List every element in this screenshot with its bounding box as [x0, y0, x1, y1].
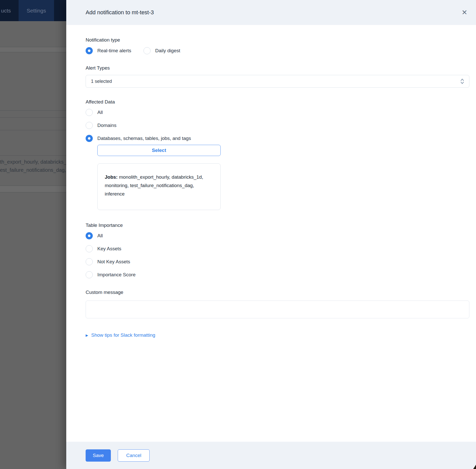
dimmed-background-page: ucts Settings th_export_hourly, databric… — [0, 0, 66, 469]
radio-importance-score[interactable]: Importance Score — [86, 271, 469, 278]
radio-daily-digest[interactable]: Daily digest — [143, 47, 180, 54]
modal-body: Notification type Real-time alerts Daily… — [66, 25, 476, 442]
alert-types-label: Alert Types — [86, 65, 469, 71]
background-table-band — [0, 47, 66, 52]
notification-type-radio-group: Real-time alerts Daily digest — [86, 47, 469, 54]
jobs-list: monolith_export_hourly, databricks_1d, m… — [105, 174, 203, 197]
radio-unselected-icon[interactable] — [86, 122, 93, 129]
radio-not-key-assets[interactable]: Not Key Assets — [86, 258, 469, 265]
background-table-band — [0, 186, 66, 192]
radio-label: Not Key Assets — [97, 259, 130, 265]
alert-types-select[interactable]: 1 selected — [86, 75, 469, 88]
radio-affected-databases[interactable]: Databases, schemas, tables, jobs, and ta… — [86, 135, 469, 142]
selected-jobs-summary: Jobs: monolith_export_hourly, databricks… — [105, 173, 213, 198]
alert-types-selected-value: 1 selected — [91, 79, 112, 84]
select-assets-button[interactable]: Select — [97, 145, 221, 156]
background-jobs-text-line2: est_failure_notifications_dag, — [0, 167, 66, 173]
radio-label: Domains — [97, 123, 116, 128]
nav-tab-settings[interactable]: Settings — [19, 0, 54, 21]
save-button[interactable]: Save — [86, 449, 111, 462]
affected-data-radio-group: All Domains Databases, schemas, tables, … — [86, 109, 469, 142]
background-divider — [0, 110, 66, 111]
slack-tips-link-label: Show tips for Slack formatting — [91, 332, 155, 338]
affected-data-label: Affected Data — [86, 99, 469, 105]
background-navbar: ucts Settings — [0, 0, 66, 21]
radio-selected-icon[interactable] — [86, 47, 93, 54]
close-icon[interactable]: ✕ — [459, 8, 469, 17]
radio-unselected-icon[interactable] — [86, 245, 93, 252]
table-importance-label: Table Importance — [86, 223, 469, 228]
modal-title: Add notification to mt-test-3 — [86, 9, 154, 16]
radio-selected-icon[interactable] — [86, 232, 93, 239]
radio-label: Key Assets — [97, 246, 121, 252]
jobs-prefix: Jobs: — [105, 174, 118, 180]
background-divider — [0, 130, 66, 130]
background-jobs-text-line1: th_export_hourly, databricks_1 — [0, 159, 66, 165]
background-divider — [0, 117, 66, 118]
selected-jobs-summary-box: Jobs: monolith_export_hourly, databricks… — [97, 163, 221, 210]
notification-type-label: Notification type — [86, 37, 469, 43]
disclosure-triangle-icon: ▶ — [86, 334, 88, 337]
radio-label: Daily digest — [155, 48, 180, 54]
radio-affected-domains[interactable]: Domains — [86, 122, 469, 129]
radio-unselected-icon[interactable] — [86, 258, 93, 265]
background-divider — [0, 155, 66, 156]
radio-unselected-icon[interactable] — [143, 47, 151, 54]
radio-key-assets[interactable]: Key Assets — [86, 245, 469, 252]
radio-label: All — [97, 233, 103, 239]
custom-message-input[interactable] — [86, 301, 469, 318]
nav-tab-products-partial[interactable]: ucts — [1, 0, 11, 21]
radio-unselected-icon[interactable] — [86, 109, 93, 116]
slack-tips-link[interactable]: ▶ Show tips for Slack formatting — [86, 332, 155, 338]
radio-label: Databases, schemas, tables, jobs, and ta… — [97, 136, 191, 141]
add-notification-modal: Add notification to mt-test-3 ✕ Notifica… — [66, 0, 476, 469]
modal-header: Add notification to mt-test-3 ✕ — [66, 0, 476, 25]
radio-unselected-icon[interactable] — [86, 271, 93, 278]
chevron-updown-icon — [460, 78, 465, 85]
radio-label: Real-time alerts — [97, 48, 131, 54]
radio-realtime-alerts[interactable]: Real-time alerts — [86, 47, 131, 54]
radio-affected-all[interactable]: All — [86, 109, 469, 116]
table-importance-radio-group: All Key Assets Not Key Assets Importance… — [86, 232, 469, 278]
cancel-button[interactable]: Cancel — [118, 449, 150, 462]
radio-selected-icon[interactable] — [86, 135, 93, 142]
radio-label: Importance Score — [97, 272, 136, 278]
custom-message-label: Custom message — [86, 290, 469, 295]
radio-importance-all[interactable]: All — [86, 232, 469, 239]
radio-label: All — [97, 110, 103, 115]
modal-footer: Save Cancel — [66, 442, 476, 469]
